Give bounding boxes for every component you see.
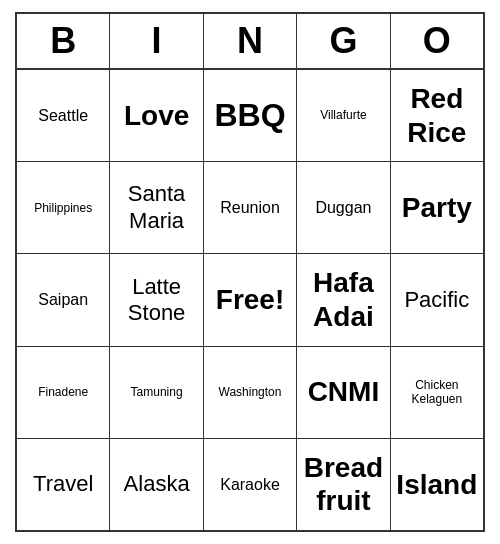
bingo-cell-4-1: Alaska	[110, 439, 203, 530]
bingo-cell-2-2: Free!	[204, 254, 297, 345]
bingo-cell-2-0: Saipan	[17, 254, 110, 345]
bingo-cell-0-3: Villafurte	[297, 70, 390, 161]
bingo-row-4: TravelAlaskaKaraokeBread fruitIsland	[17, 439, 483, 530]
bingo-cell-3-2: Washington	[204, 347, 297, 438]
cell-text-0-3: Villafurte	[320, 108, 366, 122]
header-letter-G: G	[297, 14, 390, 68]
cell-text-3-3: CNMI	[308, 375, 380, 409]
cell-text-1-1: Santa Maria	[114, 181, 198, 234]
bingo-body: SeattleLoveBBQVillafurteRed RicePhilippi…	[17, 70, 483, 530]
bingo-cell-1-0: Philippines	[17, 162, 110, 253]
cell-text-1-4: Party	[402, 191, 472, 225]
cell-text-1-2: Reunion	[220, 198, 280, 217]
bingo-header: BINGO	[17, 14, 483, 70]
bingo-cell-1-4: Party	[391, 162, 483, 253]
cell-text-4-0: Travel	[33, 471, 93, 497]
bingo-card: BINGO SeattleLoveBBQVillafurteRed RicePh…	[15, 12, 485, 532]
cell-text-3-2: Washington	[219, 385, 282, 399]
cell-text-4-2: Karaoke	[220, 475, 280, 494]
bingo-cell-1-3: Duggan	[297, 162, 390, 253]
bingo-cell-0-0: Seattle	[17, 70, 110, 161]
cell-text-0-4: Red Rice	[395, 82, 479, 149]
cell-text-3-0: Finadene	[38, 385, 88, 399]
cell-text-1-0: Philippines	[34, 201, 92, 215]
bingo-cell-2-4: Pacific	[391, 254, 483, 345]
bingo-cell-0-4: Red Rice	[391, 70, 483, 161]
bingo-cell-0-2: BBQ	[204, 70, 297, 161]
cell-text-3-1: Tamuning	[131, 385, 183, 399]
header-letter-I: I	[110, 14, 203, 68]
cell-text-2-2: Free!	[216, 283, 284, 317]
bingo-cell-3-3: CNMI	[297, 347, 390, 438]
cell-text-2-0: Saipan	[38, 290, 88, 309]
cell-text-4-1: Alaska	[124, 471, 190, 497]
bingo-row-1: PhilippinesSanta MariaReunionDugganParty	[17, 162, 483, 254]
bingo-cell-1-1: Santa Maria	[110, 162, 203, 253]
header-letter-B: B	[17, 14, 110, 68]
cell-text-4-3: Bread fruit	[301, 451, 385, 518]
bingo-cell-3-1: Tamuning	[110, 347, 203, 438]
cell-text-2-1: Latte Stone	[114, 274, 198, 327]
cell-text-1-3: Duggan	[315, 198, 371, 217]
header-letter-O: O	[391, 14, 483, 68]
header-letter-N: N	[204, 14, 297, 68]
bingo-cell-4-2: Karaoke	[204, 439, 297, 530]
bingo-cell-4-0: Travel	[17, 439, 110, 530]
cell-text-3-4: Chicken Kelaguen	[395, 378, 479, 407]
cell-text-2-4: Pacific	[404, 287, 469, 313]
bingo-cell-3-4: Chicken Kelaguen	[391, 347, 483, 438]
bingo-cell-2-3: Hafa Adai	[297, 254, 390, 345]
bingo-row-2: SaipanLatte StoneFree!Hafa AdaiPacific	[17, 254, 483, 346]
cell-text-0-2: BBQ	[214, 96, 285, 134]
cell-text-0-1: Love	[124, 99, 189, 133]
bingo-cell-4-4: Island	[391, 439, 483, 530]
bingo-row-0: SeattleLoveBBQVillafurteRed Rice	[17, 70, 483, 162]
bingo-cell-3-0: Finadene	[17, 347, 110, 438]
bingo-cell-2-1: Latte Stone	[110, 254, 203, 345]
bingo-cell-4-3: Bread fruit	[297, 439, 390, 530]
bingo-row-3: FinadeneTamuningWashingtonCNMIChicken Ke…	[17, 347, 483, 439]
bingo-cell-0-1: Love	[110, 70, 203, 161]
cell-text-4-4: Island	[396, 468, 477, 502]
cell-text-0-0: Seattle	[38, 106, 88, 125]
cell-text-2-3: Hafa Adai	[301, 266, 385, 333]
bingo-cell-1-2: Reunion	[204, 162, 297, 253]
